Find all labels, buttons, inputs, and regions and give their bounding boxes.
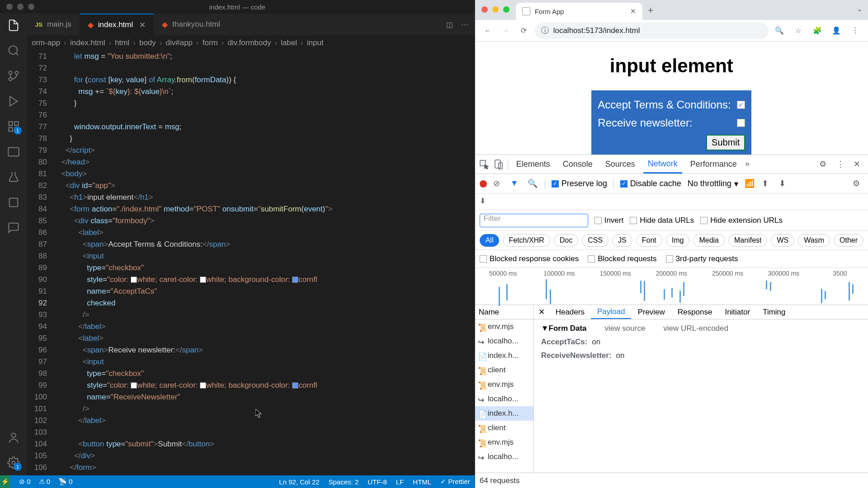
reload-button[interactable]: ⟳ bbox=[517, 23, 531, 38]
browser-tab[interactable]: Form App ✕ bbox=[516, 3, 642, 20]
tab-thankyou[interactable]: ◆thankyou.html bbox=[154, 14, 228, 35]
tab-close-icon[interactable]: ✕ bbox=[630, 7, 636, 15]
tab-network[interactable]: Network bbox=[643, 155, 682, 174]
inspect-icon[interactable] bbox=[479, 159, 490, 170]
detail-tab-headers[interactable]: Headers bbox=[549, 305, 591, 319]
chrome-traffic-lights[interactable] bbox=[481, 6, 509, 13]
split-icon[interactable]: ◫ bbox=[446, 20, 453, 29]
eol[interactable]: LF bbox=[396, 478, 404, 486]
close-detail-icon[interactable]: ✕ bbox=[534, 305, 549, 319]
db-icon[interactable] bbox=[7, 196, 20, 209]
encoding[interactable]: UTF-8 bbox=[368, 478, 387, 486]
pill-css[interactable]: CSS bbox=[582, 234, 609, 247]
close-dot[interactable] bbox=[6, 4, 13, 10]
errors[interactable]: ⊘ 0 bbox=[19, 478, 31, 486]
detail-tab-timing[interactable]: Timing bbox=[756, 305, 792, 319]
search-icon[interactable] bbox=[7, 44, 20, 57]
chat-icon[interactable] bbox=[7, 221, 20, 234]
tab-performance[interactable]: Performance bbox=[686, 155, 741, 174]
submit-button[interactable]: Submit bbox=[706, 135, 745, 150]
request-item[interactable]: 📜client bbox=[475, 363, 533, 377]
request-item[interactable]: ↪localho... bbox=[475, 450, 533, 464]
detail-tab-initiator[interactable]: Initiator bbox=[718, 305, 756, 319]
more-icon[interactable]: ⋯ bbox=[461, 20, 468, 29]
request-item[interactable]: 📜env.mjs bbox=[475, 319, 533, 334]
checkbox-newsletter[interactable] bbox=[737, 119, 745, 127]
new-tab-button[interactable]: + bbox=[648, 5, 654, 20]
request-item[interactable]: 📜client bbox=[475, 421, 533, 435]
menu-icon[interactable]: ⋮ bbox=[848, 23, 863, 38]
indent[interactable]: Spaces: 2 bbox=[329, 478, 359, 486]
close-icon[interactable]: ✕ bbox=[139, 20, 146, 30]
bookmark-icon[interactable]: ☆ bbox=[791, 23, 806, 38]
remote-icon[interactable] bbox=[7, 145, 20, 158]
testing-icon[interactable] bbox=[7, 171, 20, 183]
third-party[interactable]: 3rd-party requests bbox=[666, 254, 738, 263]
chevron-down-icon[interactable]: ⌄ bbox=[857, 5, 863, 13]
pill-ws[interactable]: WS bbox=[771, 234, 794, 247]
filter-input[interactable]: Filter bbox=[480, 214, 588, 227]
more-tabs-icon[interactable]: » bbox=[745, 159, 756, 170]
pill-wasm[interactable]: Wasm bbox=[798, 234, 830, 247]
tab-indexhtml[interactable]: ◆index.html✕ bbox=[80, 14, 154, 35]
tab-sources[interactable]: Sources bbox=[601, 155, 640, 174]
detail-tab-payload[interactable]: Payload bbox=[591, 305, 631, 319]
minimize-button[interactable] bbox=[492, 6, 499, 13]
clear-icon[interactable]: ⊘ bbox=[493, 178, 504, 189]
maximize-button[interactable] bbox=[503, 6, 509, 13]
remote-badge[interactable]: ⚡ bbox=[0, 475, 10, 488]
preserve-log[interactable]: Preserve log bbox=[552, 179, 607, 188]
warnings[interactable]: ⚠ 0 bbox=[39, 478, 51, 486]
pill-fetch/xhr[interactable]: Fetch/XHR bbox=[503, 234, 550, 247]
extensions-icon[interactable]: 1 bbox=[7, 120, 20, 133]
url-bar[interactable]: ⓘ localhost:5173/index.html bbox=[535, 23, 769, 39]
pill-manifest[interactable]: Manifest bbox=[728, 234, 767, 247]
invert-check[interactable]: Invert bbox=[594, 216, 624, 225]
explorer-icon[interactable] bbox=[7, 19, 20, 32]
zoom-icon[interactable]: 🔍 bbox=[772, 23, 787, 38]
language[interactable]: HTML bbox=[413, 478, 431, 486]
formatter[interactable]: ✓ Prettier bbox=[440, 478, 470, 486]
search-icon[interactable]: 🔍 bbox=[528, 178, 538, 189]
account-icon[interactable] bbox=[7, 431, 20, 444]
detail-tab-preview[interactable]: Preview bbox=[631, 305, 671, 319]
hide-ext-urls[interactable]: Hide extension URLs bbox=[700, 216, 783, 225]
source-control-icon[interactable] bbox=[7, 70, 20, 82]
site-info-icon[interactable]: ⓘ bbox=[541, 25, 549, 36]
name-column-header[interactable]: Name bbox=[475, 305, 533, 319]
waterfall-overview[interactable]: 50000 ms100000 ms150000 ms200000 ms25000… bbox=[475, 268, 868, 305]
forward-button[interactable]: → bbox=[499, 23, 513, 38]
checkbox-terms[interactable] bbox=[737, 101, 745, 109]
disclosure-triangle[interactable]: ▼Form Data bbox=[541, 324, 587, 333]
pill-font[interactable]: Font bbox=[636, 234, 662, 247]
back-button[interactable]: ← bbox=[481, 23, 495, 38]
pill-other[interactable]: Other bbox=[834, 234, 863, 247]
gear-icon[interactable]: ⚙ bbox=[819, 159, 830, 170]
hide-data-urls[interactable]: Hide data URLs bbox=[630, 216, 694, 225]
tab-elements[interactable]: Elements bbox=[512, 155, 555, 174]
tab-console[interactable]: Console bbox=[558, 155, 597, 174]
pill-media[interactable]: Media bbox=[693, 234, 725, 247]
pill-img[interactable]: Img bbox=[666, 234, 690, 247]
wifi-icon[interactable]: 📶 bbox=[745, 178, 755, 189]
request-item[interactable]: 📄index.h... bbox=[475, 348, 533, 363]
blocked-requests[interactable]: Blocked requests bbox=[588, 254, 656, 263]
throttling-select[interactable]: No throttling▾ bbox=[688, 179, 738, 189]
upload-icon[interactable]: ⬆ bbox=[762, 178, 773, 189]
detail-tab-response[interactable]: Response bbox=[671, 305, 719, 319]
devtools-close-icon[interactable]: ✕ bbox=[854, 159, 864, 170]
max-dot[interactable] bbox=[28, 4, 34, 10]
request-item[interactable]: ↪localho... bbox=[475, 392, 533, 406]
tab-mainjs[interactable]: JSmain.js bbox=[27, 14, 80, 35]
run-debug-icon[interactable] bbox=[7, 95, 20, 108]
traffic-lights[interactable] bbox=[6, 4, 34, 10]
device-icon[interactable] bbox=[493, 159, 504, 170]
request-item[interactable]: ↪localho... bbox=[475, 334, 533, 348]
pill-doc[interactable]: Doc bbox=[554, 234, 578, 247]
ports[interactable]: 📡 0 bbox=[58, 478, 73, 486]
view-source-link[interactable]: view source bbox=[605, 324, 646, 333]
filter-icon[interactable]: ▼ bbox=[510, 178, 521, 189]
extensions-icon[interactable]: 🧩 bbox=[810, 23, 825, 38]
request-item[interactable]: 📜env.mjs bbox=[475, 435, 533, 450]
code-editor[interactable]: 7172737475767778798081828384858687888990… bbox=[27, 51, 475, 475]
